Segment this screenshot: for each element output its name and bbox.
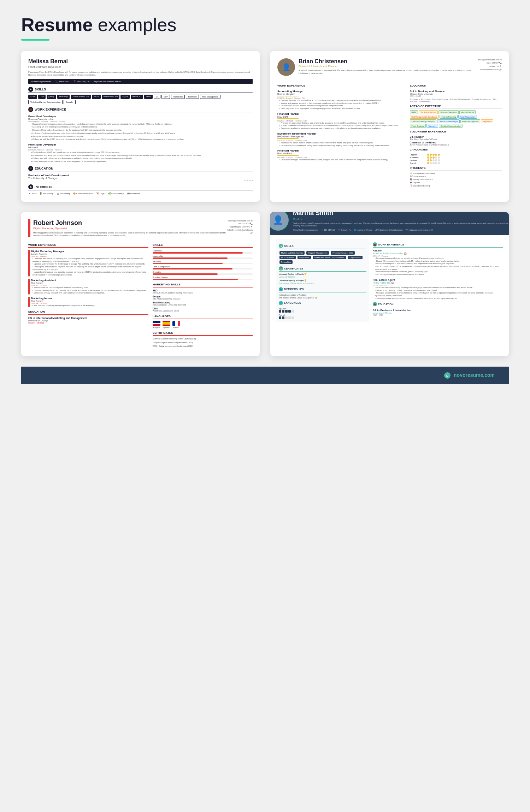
r1-skills-heading: ★ SKILLS: [28, 87, 253, 93]
r3-flag-spanish: [163, 321, 170, 326]
r4-certs-heading: 🏅 CERTIFICATES: [279, 266, 366, 272]
skill-sass: SASS: [92, 95, 101, 99]
r3-title: Digital Marketing Specialist: [33, 227, 227, 230]
r4-skills: Market and Risk Analysis Property Manage…: [279, 250, 366, 264]
r2-edu: B.A in Banking and Finance Chicago State…: [410, 90, 502, 102]
r2-avatar: 👤: [277, 58, 295, 76]
r2-interests: 🌱 Sustainable Investment ₿ Cryptocurrenc…: [410, 172, 502, 187]
title-underline: [21, 39, 49, 41]
r2-header: 👤 Brian Christensen Financial & Investme…: [277, 58, 502, 79]
r2-bio: Analytical, results-oriented professiona…: [299, 69, 475, 75]
r1-contact-bar: ✉ melissa@mail.com 📞 044002021 📍 New Yor…: [28, 79, 253, 84]
r1-edu-heading: 🎓 EDUCATION: [28, 166, 253, 172]
r4-languages: Spanish French: [279, 308, 366, 319]
r3-left: WORK EXPERIENCE Digital Marketing Manage…: [28, 241, 148, 349]
r2-volunteer: Co-Founder The Good Samaritan's Purse Ch…: [410, 136, 502, 146]
r3-header: Robert Johnson Digital Marketing Special…: [28, 219, 253, 237]
skill-html: HTML: [28, 95, 37, 99]
r4-title: Realtor: [293, 218, 509, 221]
page-wrapper: Resume examples Melissa Bernal Front End…: [0, 0, 530, 405]
r3-skill-time: Time Management: [153, 266, 253, 269]
r4-tagline: Dedicated realtor with 5+ years of prope…: [293, 222, 509, 227]
r3-mktg-skills-heading: MARKETING SKILLS: [153, 283, 253, 288]
r1-location: 📍 New York, US: [73, 80, 90, 83]
r2-work-heading: WORK EXPERIENCE: [277, 84, 406, 88]
skill-vsc: Visual Studio Code: [71, 95, 91, 99]
r4-left: ★ SKILLS Market and Risk Analysis Proper…: [276, 239, 369, 322]
r1-edu: Bachelor of Web Development The Universi…: [28, 174, 253, 182]
r4-right: 💼 WORK EXPERIENCE Realtor American Realt…: [373, 239, 503, 322]
r4-header: 👤 Martha Smith Realtor Dedicated realtor…: [270, 212, 509, 235]
r1-skills-grid: HTML CSS jQuery JavaScript Visual Studio…: [28, 95, 253, 104]
resume-brian-christensen: 👤 Brian Christensen Financial & Investme…: [270, 51, 509, 202]
r3-flag-english: [153, 321, 160, 326]
r2-job-2: Financial Planner M&D Bank 03/2013 - 06/…: [277, 112, 406, 130]
r3-skill-flexibility: Flexibility: [153, 260, 253, 264]
r1-email: ✉ melissa@mail.com: [31, 80, 51, 83]
resumes-grid: Melissa Bernal Front End Web Developer P…: [21, 51, 509, 356]
r3-certs: SEMrush Content Marketing Toolkit Course…: [153, 338, 253, 348]
r3-job-3: Marketing Intern Riot Games 06/2014 - 02…: [28, 297, 148, 307]
r2-edu-heading: EDUCATION: [410, 84, 502, 88]
r1-interests: ♟ Chess 🧗 Bouldering 🏊 Swimming 🎨 Contem…: [28, 192, 253, 195]
r4-job-1: Realtor American Realty & Associates 🏠 0…: [373, 249, 503, 276]
r3-work-heading: WORK EXPERIENCE: [28, 243, 148, 248]
r2-interests-heading: INTERESTS: [410, 166, 502, 171]
r3-right: SKILLS Teamwork Leadership Flexibility: [153, 241, 253, 349]
r3-job-2: Marketing Assistant Riot Games 02/2015 -…: [28, 279, 148, 295]
skill-figma: Figma: [120, 95, 129, 99]
r4-body: ★ SKILLS Market and Risk Analysis Proper…: [270, 239, 509, 327]
r4-header-info: Martha Smith Realtor Dedicated realtor w…: [293, 212, 509, 231]
r3-flag-fr-container: French: [172, 321, 180, 328]
r2-languages: English Mandarin: [410, 154, 502, 164]
r1-github: ⚙ github.com/melissa.bernal: [94, 80, 121, 83]
r4-name: Martha Smith: [293, 212, 509, 217]
skill-css: CSS: [38, 95, 46, 99]
skill-js: JavaScript: [57, 95, 70, 99]
r4-edu: BA in Business Administration University…: [373, 309, 503, 316]
skill-time: Time Management: [200, 95, 220, 99]
r4-languages-heading: 🌐 LANGUAGES: [279, 301, 366, 306]
r2-name: Brian Christensen: [299, 58, 475, 65]
r1-name: Melissa Bernal: [28, 58, 253, 65]
r3-skills-heading: SKILLS: [153, 243, 253, 248]
r2-info: Brian Christensen Financial & Investment…: [299, 58, 475, 75]
r3-accent-bar: [28, 219, 30, 237]
footer-logo-icon: N: [444, 372, 451, 379]
r3-certs-heading: CERTIFICATES: [153, 331, 253, 336]
page-title: Resume examples: [21, 14, 509, 35]
skill-wp: WordPress CMS: [102, 95, 120, 99]
r3-edu: HS in International Marketing and Manage…: [28, 316, 148, 324]
r1-work-icon: 💼: [28, 107, 33, 112]
r3-skill-teamwork: Teamwork: [153, 250, 253, 254]
r3-lang-flags: English Spanish French: [153, 321, 253, 328]
r3-name: Robert Johnson: [33, 219, 227, 227]
r1-job-1: Front-End Developer Banana Computers Inc…: [28, 115, 253, 141]
r3-skill-leadership: Leadership: [153, 255, 253, 259]
resume-martha-smith: 👤 Martha Smith Realtor Dedicated realtor…: [270, 212, 509, 356]
r4-work-heading: 💼 WORK EXPERIENCE: [373, 242, 503, 248]
r2-body: WORK EXPERIENCE Accounting Manager Bank …: [277, 82, 502, 188]
r1-header: Melissa Bernal Front End Web Developer P…: [28, 58, 253, 84]
r2-job-3: Investment Retirement Planner RMD Wealth…: [277, 132, 406, 147]
r1-edu-icon: 🎓: [28, 166, 33, 171]
skill-teamwork: Teamwork: [186, 95, 199, 99]
r4-avatar: 👤: [270, 212, 289, 231]
r1-phone: 📞 044002021: [55, 80, 69, 83]
r1-interests-icon: ♟: [28, 184, 33, 189]
r3-skill-problem: Problem Solving: [153, 276, 253, 280]
r1-interests-heading: ♟ INTERESTS: [28, 184, 253, 190]
r4-edu-heading: 🎓 EDUCATION: [373, 302, 503, 307]
r4-contact-icons: ✉ martha@novoresume.com 📞 119 214 515 📍 …: [293, 229, 509, 231]
resume-robert-johnson: Robert Johnson Digital Marketing Special…: [21, 212, 260, 356]
r3-flag-en-container: English: [153, 321, 160, 328]
r3-bio: Marketing professional with proven exper…: [33, 232, 227, 237]
r2-left: WORK EXPERIENCE Accounting Manager Bank …: [277, 82, 406, 188]
skill-ethic: Work Ethic: [171, 95, 185, 99]
r3-mktg-skills: SEO Ahrefs, Semrush and Link-building Te…: [153, 289, 253, 312]
r4-memberships-heading: 👥 MEMBERSHIPS: [279, 287, 366, 292]
skill-react: React: [144, 95, 153, 99]
r3-job-1: Digital Marketing Manager Astoria Boumax…: [28, 250, 148, 277]
skill-empathy: Empathy: [64, 100, 76, 104]
skill-adobe: Adobe XD: [131, 95, 143, 99]
